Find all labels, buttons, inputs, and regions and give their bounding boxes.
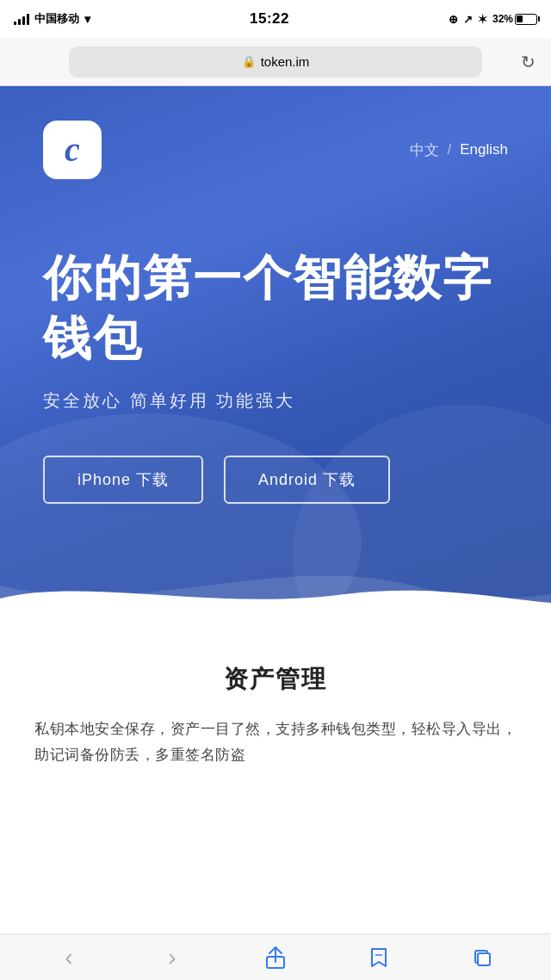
tabs-icon [472, 947, 492, 968]
logo-box: c [43, 121, 102, 179]
lang-divider: / [448, 141, 452, 158]
bookmarks-button[interactable] [360, 939, 398, 977]
forward-button[interactable]: › [153, 939, 191, 977]
battery-percent: 32% [492, 13, 513, 25]
hero-nav: c 中文 / English [43, 121, 508, 179]
location-icon: ⊕ [449, 13, 458, 26]
status-left: 中国移动 ▾ [14, 11, 90, 27]
bluetooth-icon: ✶ [478, 13, 487, 26]
wave-decoration [0, 551, 551, 620]
android-download-button[interactable]: Android 下载 [224, 456, 390, 504]
status-bar: 中国移动 ▾ 15:22 ⊕ ↗ ✶ 32% [0, 0, 551, 38]
back-button[interactable]: ‹ [50, 939, 88, 977]
refresh-button[interactable]: ↻ [521, 52, 536, 72]
section-title: 资产管理 [34, 663, 517, 696]
wifi-icon: ▾ [84, 12, 90, 26]
svg-rect-3 [478, 953, 490, 965]
hero-buttons: iPhone 下载 Android 下载 [43, 456, 508, 504]
time-display: 15:22 [250, 10, 289, 28]
battery-indicator: 32% [492, 13, 537, 25]
section-text: 私钥本地安全保存，资产一目了然，支持多种钱包类型，轻松导入导出，助记词备份防丢，… [34, 716, 517, 768]
logo-letter: c [65, 133, 80, 167]
lang-en-button[interactable]: English [460, 141, 508, 158]
hero-title: 你的第一个智能数字钱包 [43, 248, 508, 369]
browser-bar: 🔒 token.im ↻ [0, 38, 551, 86]
lang-switcher: 中文 / English [410, 140, 509, 160]
direction-icon: ↗ [463, 13, 473, 26]
signal-bars [14, 13, 29, 25]
lang-zh-button[interactable]: 中文 [410, 140, 439, 160]
share-icon [266, 946, 285, 969]
tabs-button[interactable] [463, 939, 501, 977]
hero-section: c 中文 / English 你的第一个智能数字钱包 安全放心 简单好用 功能强… [0, 86, 551, 620]
url-bar[interactable]: 🔒 token.im [69, 47, 482, 78]
share-button[interactable] [257, 939, 294, 977]
hero-subtitle: 安全放心 简单好用 功能强大 [43, 389, 508, 412]
lock-icon: 🔒 [242, 55, 256, 68]
status-right: ⊕ ↗ ✶ 32% [449, 13, 537, 26]
iphone-download-button[interactable]: iPhone 下载 [43, 456, 203, 504]
bottom-nav: ‹ › [0, 933, 551, 980]
content-section: 资产管理 私钥本地安全保存，资产一目了然，支持多种钱包类型，轻松导入导出，助记词… [0, 620, 551, 794]
carrier-label: 中国移动 [34, 11, 79, 27]
battery-body [515, 14, 537, 25]
back-icon: ‹ [65, 944, 72, 971]
battery-fill [517, 16, 523, 22]
url-text: token.im [261, 54, 310, 69]
forward-icon: › [168, 944, 176, 971]
bookmarks-icon [368, 947, 389, 968]
